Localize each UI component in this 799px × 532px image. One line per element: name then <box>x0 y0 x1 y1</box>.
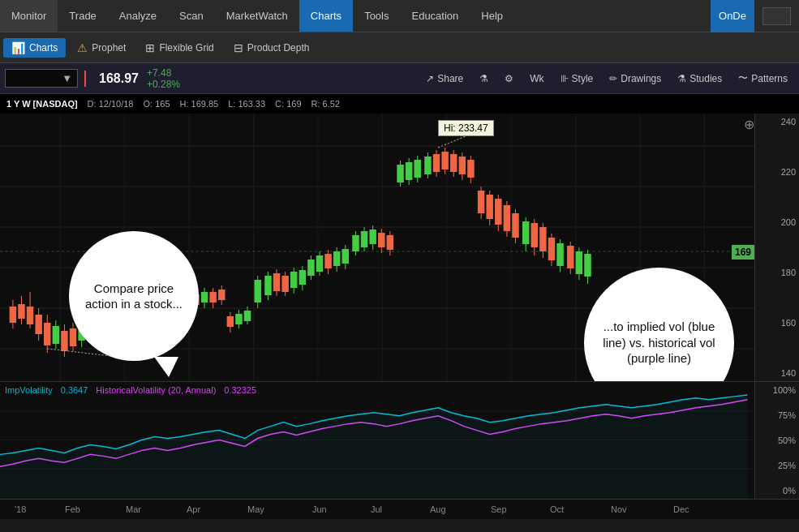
studies-icon: ⚗ <box>677 73 686 84</box>
svg-rect-96 <box>352 235 359 251</box>
svg-text:Feb: Feb <box>65 504 80 514</box>
nav-right: OnDe <box>711 0 799 32</box>
chart-range: R: 6.52 <box>311 99 340 109</box>
settings-button[interactable]: ⚙ <box>498 71 520 87</box>
svg-text:Apr: Apr <box>187 504 200 514</box>
second-toolbar: 📊 Charts ⚠ Prophet ⊞ Flexible Grid ⊟ Pro… <box>0 32 799 63</box>
pencil-icon: ✏ <box>609 73 617 84</box>
hi-label: Hi: 233.47 <box>438 120 494 136</box>
svg-text:Mar: Mar <box>126 504 141 514</box>
symbol-input[interactable]: ▼ <box>5 69 78 88</box>
svg-rect-20 <box>18 304 24 319</box>
svg-rect-136 <box>531 223 538 247</box>
window-controls[interactable] <box>762 7 791 25</box>
nav-charts[interactable]: Charts <box>299 0 353 32</box>
svg-rect-106 <box>397 165 403 182</box>
svg-rect-110 <box>415 160 421 178</box>
chart-open: O: 165 <box>143 99 170 109</box>
imp-vol-value: 0.3647 <box>61 385 88 395</box>
svg-rect-118 <box>450 154 457 172</box>
hist-vol-label: HistoricalVolatility (20, Annual) <box>96 385 216 395</box>
patterns-button[interactable]: 〜 Patterns <box>732 69 794 88</box>
nav-help[interactable]: Help <box>470 0 514 32</box>
svg-rect-86 <box>307 260 314 276</box>
svg-rect-128 <box>495 199 501 225</box>
gear-icon: ⚙ <box>505 73 513 84</box>
patterns-icon: 〜 <box>738 71 748 85</box>
volatility-chart <box>0 382 799 499</box>
price-change: +7.48 +0.28% <box>147 67 180 90</box>
flexible-grid-tool-button[interactable]: ⊞ Flexible Grid <box>137 38 221 58</box>
svg-rect-140 <box>548 238 555 260</box>
svg-rect-30 <box>61 331 67 351</box>
svg-rect-92 <box>333 251 340 266</box>
price-scale: 240 220 200 180 160 140 <box>754 114 799 381</box>
svg-rect-102 <box>378 233 384 247</box>
drawings-button[interactable]: ✏ Drawings <box>603 71 668 87</box>
svg-text:May: May <box>247 504 264 514</box>
svg-rect-72 <box>244 311 251 321</box>
period-button[interactable]: Wk <box>523 71 550 87</box>
product-depth-tool-button[interactable]: ⊟ Product Depth <box>226 38 318 58</box>
chart-date: D: 12/10/18 <box>88 99 134 109</box>
svg-text:'18: '18 <box>15 504 26 514</box>
flask-button[interactable]: ⚗ <box>473 71 495 87</box>
svg-rect-84 <box>299 270 306 285</box>
charts-icon: 📊 <box>11 41 25 54</box>
svg-rect-24 <box>35 315 41 334</box>
svg-rect-28 <box>53 326 59 344</box>
share-button[interactable]: ↗ Share <box>419 71 470 87</box>
studies-button[interactable]: ⚗ Studies <box>671 71 728 87</box>
svg-rect-116 <box>441 152 448 169</box>
top-navigation: Monitor Trade Analyze Scan MarketWatch C… <box>0 0 799 32</box>
svg-rect-114 <box>433 154 440 172</box>
flask-icon: ⚗ <box>479 73 488 84</box>
nav-scan[interactable]: Scan <box>168 0 215 32</box>
chart-period-label: 1 Y W [NASDAQ] <box>6 99 78 109</box>
svg-rect-82 <box>290 272 297 288</box>
svg-rect-124 <box>478 191 484 213</box>
bottom-axis-labels: '18 Feb Mar Apr May Jun Jul Aug Sep Oct … <box>8 500 718 520</box>
dropdown-icon: ▼ <box>62 72 72 84</box>
chart-close: C: 169 <box>275 99 301 109</box>
charts-tool-button[interactable]: 📊 Charts <box>3 38 66 58</box>
svg-rect-146 <box>576 251 582 274</box>
nav-marketwatch[interactable]: MarketWatch <box>215 0 299 32</box>
svg-rect-32 <box>70 328 76 346</box>
chart-info-bar: 1 Y W [NASDAQ] D: 12/10/18 O: 165 H: 169… <box>0 94 799 114</box>
share-icon: ↗ <box>426 73 434 84</box>
nav-trade[interactable]: Trade <box>58 0 107 32</box>
svg-rect-112 <box>424 157 431 174</box>
nav-education[interactable]: Education <box>400 0 470 32</box>
style-icon: ⊪ <box>561 73 569 84</box>
chart-high: H: 169.85 <box>180 99 219 109</box>
compare-bubble: Compare price action in a stock... <box>69 231 199 361</box>
nav-tools[interactable]: Tools <box>353 0 400 32</box>
svg-rect-134 <box>522 221 529 244</box>
svg-rect-18 <box>10 307 16 323</box>
price-indicator <box>84 71 86 87</box>
svg-rect-98 <box>361 231 367 247</box>
svg-rect-62 <box>201 292 208 302</box>
svg-rect-126 <box>486 195 492 219</box>
nav-monitor[interactable]: Monitor <box>0 0 58 32</box>
svg-rect-26 <box>44 323 50 345</box>
svg-text:Dec: Dec <box>673 504 689 514</box>
style-button[interactable]: ⊪ Style <box>554 71 600 87</box>
svg-rect-90 <box>324 254 331 268</box>
svg-text:Jul: Jul <box>371 504 382 514</box>
svg-rect-148 <box>584 254 591 277</box>
hist-vol-value: 0.32325 <box>224 385 256 395</box>
svg-rect-64 <box>209 292 216 302</box>
imp-vol-label: ImpVolatility <box>5 385 53 395</box>
svg-text:Aug: Aug <box>430 504 446 514</box>
chart-controls-bar: ▼ 168.97 +7.48 +0.28% ↗ Share ⚗ ⚙ Wk ⊪ S… <box>0 63 799 94</box>
vol-indicator-labels: ImpVolatility 0.3647 HistoricalVolatilit… <box>5 385 256 395</box>
svg-text:Sep: Sep <box>491 504 507 514</box>
svg-rect-138 <box>539 227 546 251</box>
depth-icon: ⊟ <box>234 41 243 54</box>
nav-analyze[interactable]: Analyze <box>108 0 168 32</box>
prophet-tool-button[interactable]: ⚠ Prophet <box>69 38 134 58</box>
svg-rect-70 <box>235 314 242 324</box>
svg-rect-88 <box>316 255 323 272</box>
